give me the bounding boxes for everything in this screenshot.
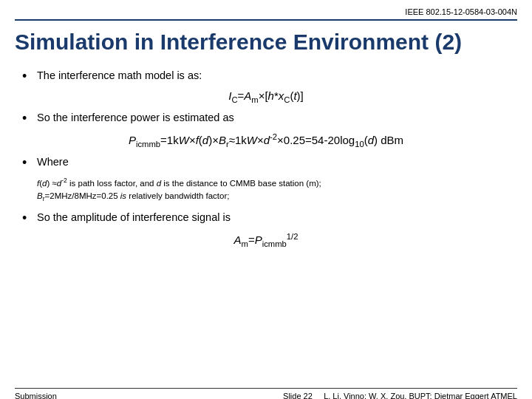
sub-text-2: Br=2MHz/8MHz=0.25 is relatively bandwidt…	[37, 190, 510, 204]
bullet-3-marker: •	[22, 154, 37, 171]
bullet-item-4: • So the amplitude of interference signa…	[22, 210, 510, 227]
equation-2: Picmmb=1kW×f(d)×Br≈1kW×d-2×0.25=54-20log…	[22, 132, 510, 149]
equation-3: Am=Picmmb1/2	[22, 232, 510, 248]
bullet-3-text: Where	[37, 154, 69, 169]
bullet-2-text: So the interference power is estimated a…	[37, 110, 234, 125]
bullet-item-2: • So the interference power is estimated…	[22, 110, 510, 127]
footer: Submission Slide 22 L. Li, Vinno; W. X. …	[15, 388, 517, 399]
sub-text-1: f(d) ≈d-2 is path loss factor, and d is …	[37, 176, 510, 190]
content-area: • The interference math model is as: IC=…	[22, 68, 510, 248]
footer-slide-info: Slide 22 L. Li, Vinno; W. X. Zou, BUPT; …	[283, 392, 517, 399]
eq2-text: Picmmb=1kW×f(d)×Br≈1kW×d-2×0.25=54-20log…	[129, 134, 403, 146]
bullet-4-marker: •	[22, 210, 37, 227]
slide: IEEE 802.15-12-0584-03-004N Simulation i…	[0, 7, 532, 399]
slide-title: Simulation in Interference Environment (…	[15, 30, 517, 55]
bullet-item-1: • The interference math model is as:	[22, 68, 510, 85]
bullet-item-3: • Where	[22, 154, 510, 171]
bullet-1-text: The interference math model is as:	[37, 68, 202, 83]
doc-id: IEEE 802.15-12-0584-03-004N	[405, 7, 517, 16]
header-bar: IEEE 802.15-12-0584-03-004N	[15, 7, 517, 21]
eq1-text: IC=Am×[h*xC(t)]	[228, 89, 304, 102]
footer-authors: L. Li, Vinno; W. X. Zou, BUPT; Dietmar E…	[324, 392, 517, 399]
equation-1: IC=Am×[h*xC(t)]	[22, 89, 510, 104]
footer-submission: Submission	[15, 392, 57, 399]
footer-slide-label: Slide 22	[283, 392, 313, 399]
bullet-1-marker: •	[22, 68, 37, 85]
bullet-4-text: So the amplitude of interference signal …	[37, 210, 231, 225]
bullet-2-marker: •	[22, 110, 37, 127]
eq3-text: Am=Picmmb1/2	[234, 233, 299, 246]
